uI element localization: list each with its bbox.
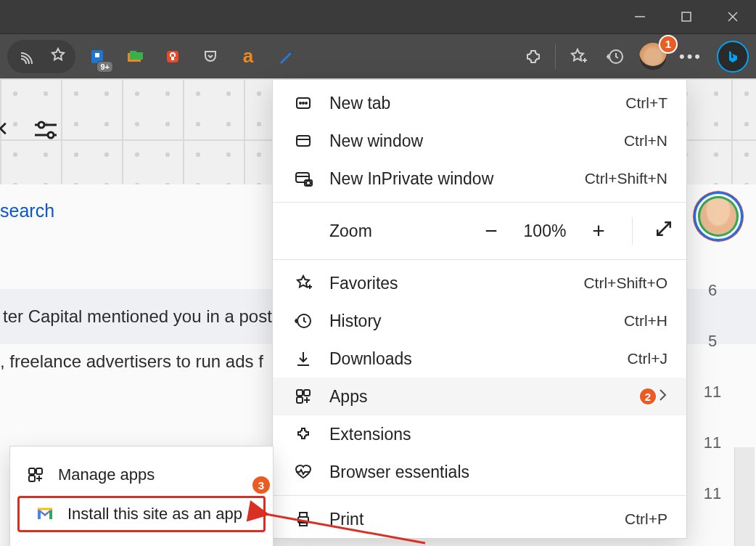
- svg-rect-1: [682, 12, 691, 21]
- menu-shortcut: Ctrl+Shift+O: [583, 274, 667, 292]
- zoom-label: Zoom: [329, 221, 372, 241]
- zoom-value: 100%: [520, 221, 570, 241]
- svg-point-18: [305, 102, 307, 104]
- privacy-badger-icon[interactable]: 9+: [78, 38, 116, 76]
- menu-shortcut: Ctrl+H: [624, 312, 667, 330]
- menu-new-inprivate[interactable]: New InPrivate window Ctrl+Shift+N: [273, 160, 686, 197]
- menu-label: Favorites: [329, 274, 398, 293]
- menu-downloads[interactable]: Downloads Ctrl+J: [273, 340, 686, 378]
- folders-icon[interactable]: [116, 38, 154, 76]
- favorites-icon: [290, 274, 316, 293]
- annotation-badge-3: 3: [251, 475, 271, 495]
- pocket-icon[interactable]: [192, 38, 229, 76]
- svg-rect-7: [171, 57, 174, 60]
- browser-toolbar: 9+ a 1 •••: [0, 33, 756, 78]
- menu-new-tab[interactable]: New tab Ctrl+T: [273, 84, 686, 122]
- print-icon: [290, 510, 316, 528]
- submenu-manage-apps[interactable]: Manage apps: [10, 457, 273, 493]
- toolbar-capsule: [7, 40, 75, 73]
- menu-print[interactable]: Print Ctrl+P: [273, 500, 686, 538]
- svg-rect-19: [297, 136, 310, 146]
- menu-favorites[interactable]: Favorites Ctrl+Shift+O: [273, 264, 686, 302]
- menu-apps[interactable]: Apps 2: [273, 378, 686, 415]
- fullscreen-icon[interactable]: [653, 218, 675, 244]
- editor-icon[interactable]: [267, 38, 305, 76]
- ext-badge: 9+: [96, 61, 113, 73]
- search-label[interactable]: search: [0, 200, 54, 221]
- profile-avatar[interactable]: 1: [634, 38, 672, 76]
- extensions-icon: [290, 425, 316, 443]
- bing-chat-icon[interactable]: [717, 41, 749, 73]
- svg-rect-33: [300, 513, 307, 517]
- more-icon[interactable]: •••: [672, 38, 710, 76]
- notification-text: ter Capital mentioned you in a post: [3, 306, 272, 327]
- inprivate-icon: [290, 170, 316, 187]
- manage-apps-icon: [23, 466, 48, 484]
- new-window-icon: [290, 132, 316, 150]
- settings-sliders-icon[interactable]: [33, 119, 58, 141]
- submenu-section-header: Installed apps: [10, 539, 273, 546]
- svg-point-17: [303, 102, 304, 104]
- menu-extensions[interactable]: Extensions: [273, 415, 686, 453]
- svg-rect-31: [297, 397, 303, 403]
- star-icon[interactable]: [49, 46, 67, 67]
- apps-submenu: Manage apps Install this site as an app …: [10, 447, 273, 546]
- essentials-icon: [290, 463, 316, 481]
- lock-ext-icon[interactable]: [154, 38, 192, 76]
- back-chevron-icon[interactable]: [0, 121, 12, 139]
- menu-label: New tab: [329, 94, 390, 113]
- settings-menu: New tab Ctrl+T New window Ctrl+N New InP…: [273, 80, 686, 538]
- menu-label: Apps: [329, 387, 367, 407]
- svg-point-16: [300, 102, 301, 104]
- page-scrollbar[interactable]: [734, 447, 755, 546]
- menu-essentials[interactable]: Browser essentials: [273, 453, 686, 491]
- zoom-separator: [632, 217, 633, 245]
- menu-separator: [273, 259, 686, 260]
- history-icon[interactable]: [596, 38, 634, 76]
- submenu-label: Manage apps: [58, 465, 155, 484]
- window-titlebar: [0, 0, 756, 33]
- feed-row[interactable]: , freelance advertisers to run ads f: [0, 351, 263, 372]
- menu-label: Print: [329, 510, 363, 529]
- right-count-column: 6 5 11 11 11: [683, 271, 741, 513]
- menu-label: Downloads: [329, 349, 412, 369]
- count-cell: 5: [683, 322, 741, 361]
- downloads-icon: [290, 350, 316, 367]
- menu-label: History: [329, 311, 382, 331]
- account-avatar[interactable]: [695, 193, 741, 240]
- menu-shortcut: Ctrl+Shift+N: [585, 170, 667, 187]
- svg-rect-37: [29, 476, 35, 481]
- count-cell: 11: [683, 372, 741, 412]
- new-tab-icon: [290, 94, 316, 112]
- favorites-star-plus-icon[interactable]: [559, 38, 596, 76]
- menu-history[interactable]: History Ctrl+H: [273, 302, 686, 340]
- menu-label: New window: [329, 131, 423, 151]
- menu-label: Extensions: [329, 425, 411, 444]
- menu-shortcut: Ctrl+N: [624, 132, 667, 150]
- menu-shortcut: Ctrl+P: [625, 510, 667, 528]
- menu-label: Browser essentials: [329, 463, 469, 482]
- cast-icon[interactable]: [19, 46, 36, 67]
- minimize-button[interactable]: [617, 0, 663, 33]
- submenu-install-site[interactable]: Install this site as an app: [17, 496, 266, 532]
- zoom-out-button[interactable]: −: [478, 219, 504, 243]
- toolbar-separator: [555, 44, 556, 69]
- menu-separator: [273, 495, 686, 496]
- maximize-button[interactable]: [663, 0, 710, 33]
- annotation-badge-2: 2: [638, 387, 657, 406]
- count-cell: 11: [683, 423, 741, 463]
- chevron-right-icon: [657, 387, 667, 407]
- menu-separator: [273, 202, 686, 203]
- menu-shortcut: Ctrl+T: [625, 94, 667, 112]
- menu-new-window[interactable]: New window Ctrl+N: [273, 122, 686, 160]
- count-cell: 6: [683, 271, 741, 310]
- menu-shortcut: Ctrl+J: [628, 350, 667, 367]
- svg-point-13: [38, 122, 44, 128]
- submenu-label: Install this site as an app: [67, 505, 242, 523]
- svg-point-14: [48, 132, 54, 138]
- a-ext-icon[interactable]: a: [229, 38, 267, 76]
- svg-rect-30: [304, 390, 310, 396]
- extensions-puzzle-icon[interactable]: [514, 38, 552, 76]
- close-button[interactable]: [710, 0, 756, 33]
- zoom-in-button[interactable]: +: [586, 219, 612, 243]
